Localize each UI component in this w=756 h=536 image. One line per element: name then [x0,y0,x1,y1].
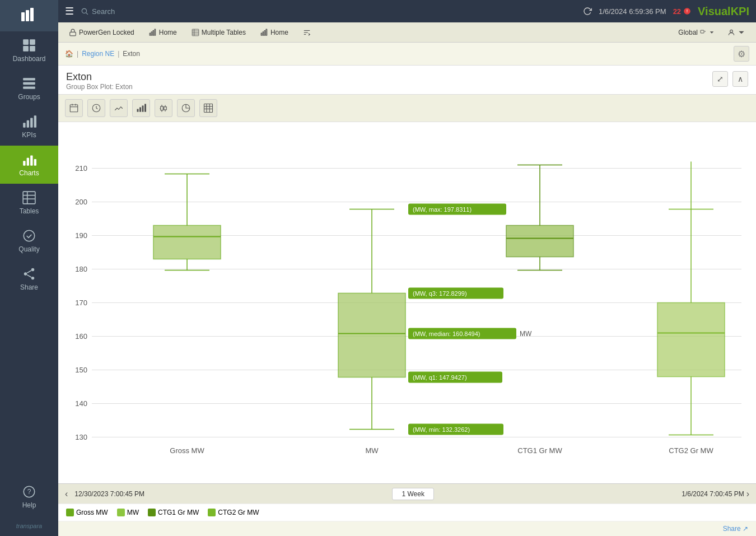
svg-text:?: ? [27,488,31,496]
sidebar: Dashboard Groups KPIs Charts Tables Qual… [0,0,58,536]
svg-rect-69 [164,107,167,110]
svg-rect-8 [23,82,35,85]
search-input[interactable]: Search [81,7,576,16]
breadcrumb-current: Exton [123,50,140,58]
svg-line-27 [27,275,31,277]
pie-chart-tool[interactable] [177,99,195,117]
sidebar-item-tables[interactable]: Tables [0,184,58,222]
nav-powegen-locked[interactable]: PowerGen Locked [63,26,141,39]
time-period-selector[interactable]: 1 Week [392,488,433,500]
svg-text:190: 190 [75,231,87,240]
svg-line-26 [27,271,31,273]
calendar-tool[interactable] [65,99,83,117]
svg-rect-7 [23,78,35,80]
collapse-button[interactable]: ∧ [732,71,748,87]
breadcrumb: 🏠 | Region NE | Exton ⚙ [58,43,756,66]
time-end: 1/6/2024 7:00:45 PM [682,490,744,498]
svg-point-22 [24,230,35,241]
svg-text:MW: MW [365,446,379,455]
nav-home2[interactable]: Home [254,26,295,39]
svg-rect-36 [151,31,152,35]
legend-color-gross-mw [66,509,74,516]
breadcrumb-home-icon[interactable]: 🏠 [65,50,73,58]
svg-text:(MW, q3: 172.8299): (MW, q3: 172.8299) [413,290,467,297]
svg-rect-0 [21,12,25,21]
sidebar-item-kpis[interactable]: KPIs [0,108,58,146]
svg-rect-18 [23,192,35,204]
breadcrumb-region[interactable]: Region NE [82,50,114,58]
svg-rect-34 [70,32,76,35]
sidebar-item-charts[interactable]: Charts [0,146,58,184]
trend-tool[interactable] [110,99,128,117]
svg-rect-11 [27,120,29,128]
chart-toolbar [58,95,756,122]
sidebar-item-groups[interactable]: Groups [0,69,58,108]
svg-text:CTG1 Gr MW: CTG1 Gr MW [517,446,562,455]
refresh-icon[interactable] [583,7,592,16]
svg-text:(MW, q1: 147.9427): (MW, q1: 147.9427) [413,374,467,381]
legend-gross-mw: Gross MW [66,509,108,516]
tooltip-max: (MW, max: 197.8311) [408,204,506,215]
expand-button[interactable]: ⤢ [712,71,728,87]
page-subtitle: Group Box Plot: Exton [66,83,712,91]
nav-user[interactable] [721,26,752,39]
settings-gear-icon[interactable]: ⚙ [734,46,749,62]
legend: Gross MW MW CTG1 Gr MW CTG2 Gr MW [58,504,756,521]
svg-text:CTG2 Gr MW: CTG2 Gr MW [669,446,713,455]
svg-rect-64 [161,106,164,110]
sidebar-item-share[interactable]: Share [0,260,58,298]
time-prev-button[interactable]: ‹ [65,489,68,499]
svg-rect-55 [70,105,78,112]
boxplot-gross-mw: Gross MW [153,174,221,455]
sidebar-item-dashboard[interactable]: Dashboard [0,31,58,69]
time-next-button[interactable]: › [746,489,749,499]
svg-rect-9 [23,86,35,88]
legend-mw: MW [117,509,139,516]
menu-icon[interactable]: ☰ [65,5,74,17]
history-tool[interactable] [87,99,105,117]
table-tool[interactable] [199,99,217,117]
sidebar-logo[interactable] [0,0,58,31]
svg-text:!: ! [687,9,688,13]
legend-color-ctg2 [208,509,216,516]
svg-rect-15 [27,158,29,166]
svg-point-30 [82,8,86,13]
svg-rect-37 [153,30,154,35]
svg-rect-63 [144,104,146,112]
svg-rect-2 [30,8,34,21]
nav-sort[interactable] [297,26,317,39]
svg-line-31 [86,13,88,15]
svg-rect-47 [266,29,267,35]
svg-text:160: 160 [75,332,87,341]
svg-rect-4 [30,39,35,45]
svg-text:180: 180 [75,265,87,273]
nav-global[interactable]: Global [674,26,719,39]
svg-rect-61 [139,108,141,112]
topbar: ☰ Search 1/6/2024 6:59:36 PM 22 ! Visual… [58,0,756,22]
svg-rect-60 [137,109,139,112]
svg-rect-35 [150,33,151,35]
svg-text:(MW, min: 132.3262): (MW, min: 132.3262) [413,426,470,433]
chart-area: 210 200 190 180 170 160 150 140 130 [58,122,756,483]
svg-text:(MW, median: 160.8494): (MW, median: 160.8494) [413,330,480,337]
svg-rect-112 [506,226,573,257]
sidebar-item-help[interactable]: ? Help [0,478,58,516]
svg-text:170: 170 [75,299,87,307]
svg-point-24 [24,272,27,275]
svg-rect-1 [26,10,29,21]
box-plot-tool[interactable] [155,99,172,117]
svg-text:130: 130 [75,433,87,441]
svg-point-53 [730,30,733,32]
svg-text:140: 140 [75,399,87,408]
share-bar[interactable]: Share ↗ [58,521,756,536]
sidebar-item-quality[interactable]: Quality [0,222,58,260]
bar-chart-tool[interactable] [132,99,150,117]
alert-badge[interactable]: 22 ! [673,7,691,16]
svg-text:Gross MW: Gross MW [170,446,204,455]
svg-rect-6 [30,46,35,52]
nav-multiple-tables[interactable]: Multiple Tables [185,26,252,39]
boxplot-ctg1-gr-mw: CTG1 Gr MW [506,165,573,455]
navbar: PowerGen Locked Home Multiple Tables Hom… [58,22,756,43]
nav-home1[interactable]: Home [143,26,183,39]
svg-rect-98 [153,226,221,259]
